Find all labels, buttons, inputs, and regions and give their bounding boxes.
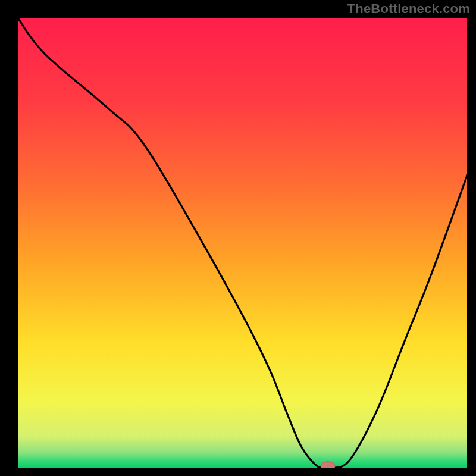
- bottleneck-chart: [0, 0, 476, 476]
- frame-bottom: [0, 468, 476, 476]
- frame-left: [0, 0, 18, 476]
- chart-container: { "watermark": "TheBottleneck.com", "col…: [0, 0, 476, 476]
- plot-background: [18, 18, 467, 468]
- frame-right: [467, 0, 476, 476]
- watermark-text: TheBottleneck.com: [347, 1, 470, 17]
